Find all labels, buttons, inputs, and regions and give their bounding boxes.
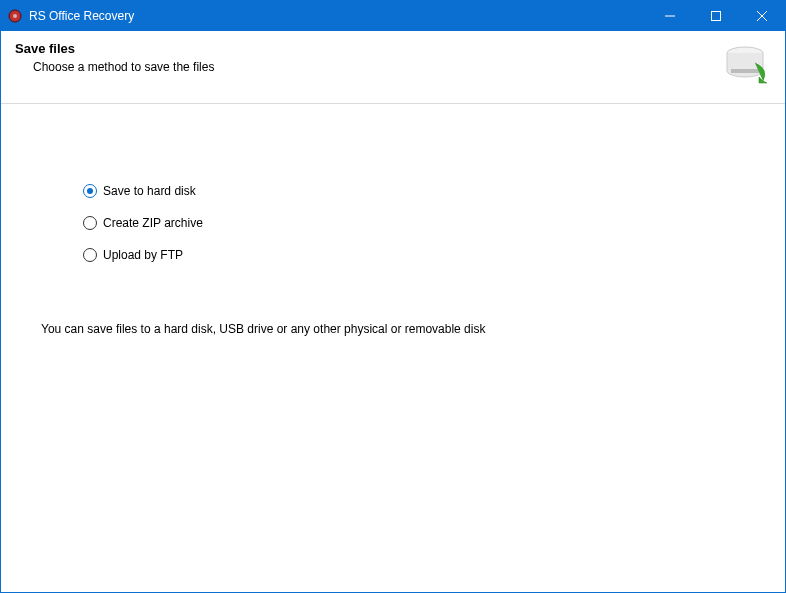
radio-zip-archive[interactable]: Create ZIP archive (83, 216, 765, 230)
wizard-content: Save to hard disk Create ZIP archive Upl… (1, 184, 785, 593)
radio-label: Save to hard disk (103, 184, 196, 198)
hard-drive-icon (723, 41, 771, 89)
svg-rect-2 (712, 12, 721, 21)
svg-rect-4 (731, 69, 759, 73)
close-window-button[interactable] (739, 1, 785, 31)
radio-label: Create ZIP archive (103, 216, 203, 230)
wizard-header: Save files Choose a method to save the f… (1, 31, 785, 104)
page-title: Save files (15, 41, 723, 56)
radio-ftp-upload[interactable]: Upload by FTP (83, 248, 765, 262)
radio-hard-disk[interactable]: Save to hard disk (83, 184, 765, 198)
radio-indicator (83, 248, 97, 262)
save-method-options: Save to hard disk Create ZIP archive Upl… (83, 184, 765, 262)
minimize-button[interactable] (647, 1, 693, 31)
page-subtitle: Choose a method to save the files (33, 60, 723, 74)
window-title: RS Office Recovery (29, 9, 134, 23)
maximize-button[interactable] (693, 1, 739, 31)
radio-indicator (83, 216, 97, 230)
app-icon (7, 8, 23, 24)
titlebar: RS Office Recovery (1, 1, 785, 31)
svg-point-1 (13, 14, 17, 18)
radio-indicator (83, 184, 97, 198)
method-description: You can save files to a hard disk, USB d… (41, 322, 765, 336)
radio-label: Upload by FTP (103, 248, 183, 262)
